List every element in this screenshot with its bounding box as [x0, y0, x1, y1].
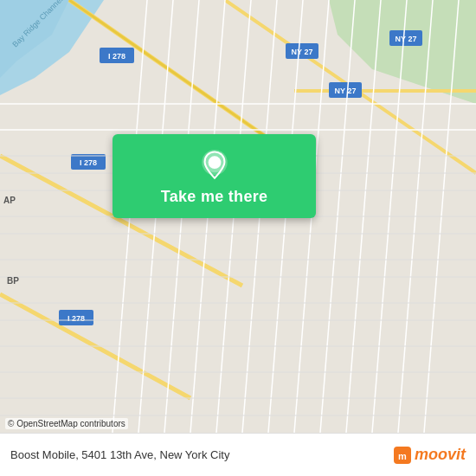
svg-text:NY 27: NY 27	[335, 87, 357, 95]
svg-text:NY 27: NY 27	[292, 48, 313, 56]
svg-text:AP: AP	[3, 196, 16, 205]
location-pin-icon	[199, 150, 230, 181]
map-container: Bay Ridge Channel I 278 I 278 I 278 NY 2…	[0, 0, 476, 433]
map-attribution: © OpenStreetMap contributors	[5, 418, 128, 429]
moovit-text: moovit	[415, 446, 466, 464]
svg-text:BP: BP	[7, 276, 19, 286]
svg-text:m: m	[398, 451, 407, 461]
take-me-button-container[interactable]: Take me there	[113, 134, 316, 218]
svg-text:I 278: I 278	[80, 158, 97, 167]
svg-text:I 278: I 278	[108, 52, 125, 61]
take-me-there-button[interactable]: Take me there	[113, 134, 316, 218]
svg-text:I 278: I 278	[68, 314, 85, 323]
address-text: Boost Mobile, 5401 13th Ave, New York Ci…	[10, 448, 229, 461]
take-me-there-label: Take me there	[161, 188, 268, 206]
moovit-logo-icon: m	[394, 447, 411, 464]
bottom-bar: Boost Mobile, 5401 13th Ave, New York Ci…	[0, 433, 476, 476]
moovit-logo: m moovit	[394, 446, 466, 464]
svg-text:NY 27: NY 27	[396, 35, 417, 43]
